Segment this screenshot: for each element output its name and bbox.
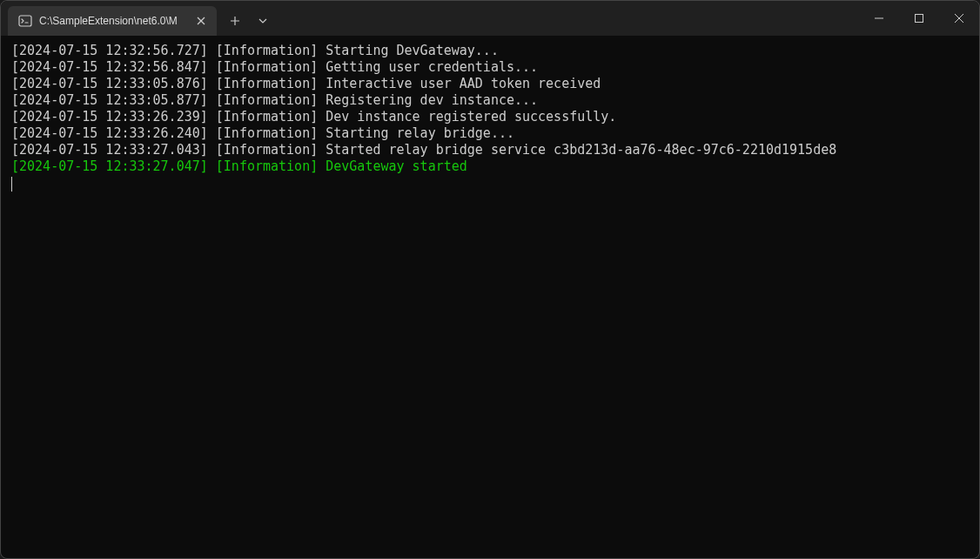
svg-rect-0 [19,16,31,26]
log-line: [2024-07-15 12:33:05.877] [Information] … [11,92,976,109]
close-window-button[interactable] [939,1,979,36]
new-tab-button[interactable] [220,6,250,36]
window-titlebar: C:\SampleExtension\net6.0\M [1,1,979,36]
terminal-output[interactable]: [2024-07-15 12:32:56.727] [Information] … [1,36,979,558]
log-line: [2024-07-15 12:33:26.240] [Information] … [11,125,976,142]
maximize-button[interactable] [899,1,939,36]
log-line: [2024-07-15 12:32:56.847] [Information] … [11,59,976,76]
tab-close-button[interactable] [194,14,208,28]
terminal-cursor [11,177,12,192]
log-line: [2024-07-15 12:33:27.043] [Information] … [11,142,976,158]
window-controls [859,1,979,36]
log-line: [2024-07-15 12:32:56.727] [Information] … [11,43,976,59]
log-container: [2024-07-15 12:32:56.727] [Information] … [11,43,976,175]
titlebar-left: C:\SampleExtension\net6.0\M [1,1,276,36]
terminal-icon [18,14,32,28]
log-line: [2024-07-15 12:33:05.876] [Information] … [11,76,976,92]
tab-title: C:\SampleExtension\net6.0\M [39,15,187,27]
svg-rect-7 [916,15,923,23]
tab-dropdown-button[interactable] [250,6,276,36]
log-line: [2024-07-15 12:33:26.239] [Information] … [11,109,976,125]
minimize-button[interactable] [859,1,899,36]
terminal-tab[interactable]: C:\SampleExtension\net6.0\M [8,6,217,36]
log-line: [2024-07-15 12:33:27.047] [Information] … [11,158,976,175]
